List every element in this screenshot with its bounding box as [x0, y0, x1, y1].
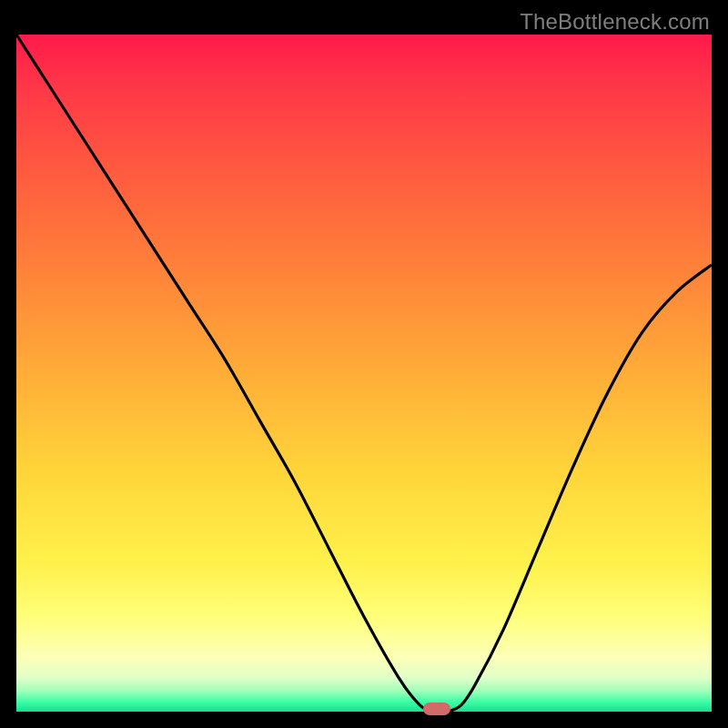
chart-plot-area	[16, 35, 712, 712]
bottleneck-curve-svg	[16, 35, 712, 712]
bottleneck-curve-path	[16, 35, 712, 713]
watermark-text: TheBottleneck.com	[520, 9, 710, 35]
optimal-point-marker	[423, 703, 450, 715]
